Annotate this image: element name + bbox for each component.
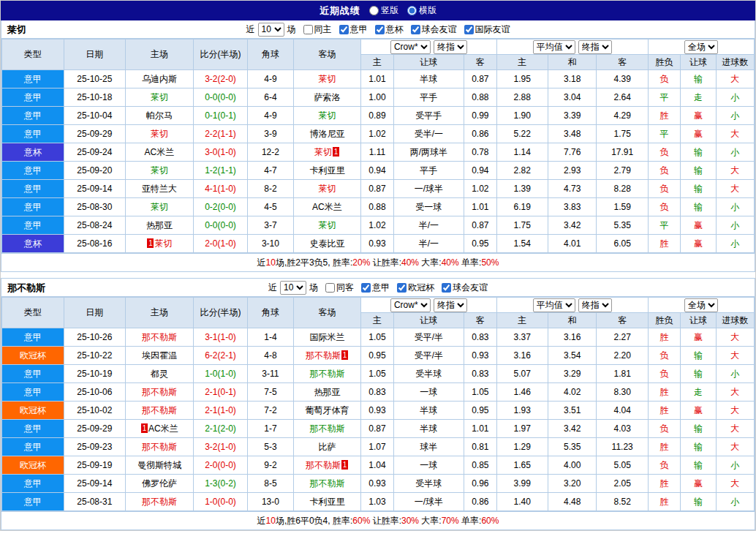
euro-stage-select[interactable]: 终指: [578, 298, 612, 312]
filter-checkbox-input[interactable]: [361, 283, 371, 293]
team-link[interactable]: 那不勒斯: [142, 332, 177, 342]
filter-checkbox[interactable]: 同客: [325, 282, 354, 294]
filter-checkbox-input[interactable]: [411, 25, 420, 34]
result-cell: 胜: [648, 328, 680, 347]
team-link[interactable]: 那不勒斯: [142, 387, 177, 397]
team-link[interactable]: 那不勒斯: [142, 442, 177, 452]
filter-controls: 近10场同主意甲意杯球会友谊国际友谊: [246, 23, 510, 37]
team-link[interactable]: 莱切: [318, 220, 336, 230]
team-link[interactable]: 博洛尼亚: [309, 129, 344, 139]
team-link[interactable]: 国际米兰: [309, 332, 344, 342]
team-link[interactable]: 葡萄牙体育: [305, 405, 349, 415]
filter-checkbox-input[interactable]: [375, 25, 385, 34]
team-link[interactable]: 那不勒斯: [309, 478, 344, 489]
summary-segment: 20%: [352, 257, 370, 268]
euro-draw-odds-cell: 3.39: [548, 107, 596, 125]
team-link[interactable]: 亚特兰大: [142, 184, 177, 194]
scope-select[interactable]: 全场: [684, 298, 718, 312]
odds-company-select[interactable]: Crow*: [390, 298, 431, 312]
filter-checkbox[interactable]: 意甲: [339, 23, 368, 36]
asian-home-odds-cell: 0.87: [361, 180, 393, 198]
odds-company-select[interactable]: Crow*: [390, 40, 431, 54]
euro-source-select[interactable]: 平均值: [533, 298, 575, 312]
filter-checkbox-input[interactable]: [442, 283, 451, 293]
team-link[interactable]: 莱切: [318, 184, 336, 194]
home-team-cell: 1莱切: [126, 235, 194, 253]
odds-stage-select[interactable]: 终指: [434, 40, 467, 54]
team-link[interactable]: 莱切: [318, 74, 336, 84]
team-link[interactable]: 卡利亚里: [309, 165, 344, 176]
handicap-result-cell: 输: [681, 198, 716, 216]
layout-radio-vertical[interactable]: 竖版: [369, 4, 398, 17]
team-link[interactable]: AC米兰: [148, 423, 178, 434]
team-link[interactable]: 那不勒斯: [142, 497, 177, 507]
sub-col-header: 让球: [393, 313, 464, 328]
team-link[interactable]: 那不勒斯: [306, 460, 341, 470]
scope-select[interactable]: 全场: [684, 40, 718, 54]
filter-checkbox-input[interactable]: [397, 283, 407, 293]
euro-stage-select[interactable]: 终指: [578, 40, 612, 54]
vertical-radio-input[interactable]: [369, 6, 379, 15]
team-link[interactable]: 萨索洛: [314, 92, 340, 102]
summary-segment: 70%: [442, 516, 459, 526]
team-link[interactable]: 莱切: [151, 165, 168, 176]
team-link[interactable]: 那不勒斯: [306, 350, 341, 361]
sub-col-header: 和: [548, 55, 596, 70]
home-team-cell: 埃因霍温: [126, 347, 194, 365]
summary-segment: 大率:: [419, 515, 442, 527]
team-link[interactable]: AC米兰: [145, 147, 175, 157]
filter-checkbox-input[interactable]: [464, 25, 474, 34]
handicap-line-cell: 受平/半: [393, 347, 464, 365]
filter-checkbox-input[interactable]: [339, 25, 349, 34]
team-link[interactable]: 比萨: [318, 442, 336, 452]
team-link[interactable]: 莱切: [318, 110, 336, 121]
recent-count-select[interactable]: 10: [258, 23, 284, 37]
team-link[interactable]: 乌迪内斯: [142, 74, 177, 84]
goals-result-cell: 小: [716, 493, 754, 511]
filter-checkbox[interactable]: 球会友谊: [411, 23, 457, 36]
team-link[interactable]: 热那亚: [314, 387, 340, 397]
filter-checkbox[interactable]: 意甲: [361, 282, 390, 294]
corners-cell: 13-0: [248, 493, 293, 511]
team-link[interactable]: 那不勒斯: [309, 423, 344, 434]
team-link[interactable]: 帕尔马: [146, 110, 173, 121]
odds-stage-select[interactable]: 终指: [434, 298, 467, 312]
date-cell: 25-08-30: [64, 198, 126, 216]
filter-bar: 莱切近10场同主意甲意杯球会友谊国际友谊: [1, 20, 755, 39]
results-table: 类型日期主场比分(半场)角球客场Crow*终指平均值终指全场主让球客主和客胜负让…: [1, 297, 755, 511]
asian-away-odds-cell: 0.83: [464, 365, 496, 383]
team-link[interactable]: 卡利亚里: [309, 497, 344, 507]
asian-home-odds-cell: 1.04: [361, 456, 393, 475]
filter-checkbox-input[interactable]: [325, 283, 335, 293]
team-link[interactable]: 热那亚: [146, 220, 173, 230]
filter-checkbox[interactable]: 欧冠杯: [397, 282, 434, 294]
horizontal-radio-input[interactable]: [407, 6, 417, 15]
competition-cell: 意甲: [2, 180, 64, 198]
euro-source-select[interactable]: 平均值: [533, 40, 575, 54]
filter-checkbox[interactable]: 国际友谊: [464, 23, 510, 36]
header-select-cell: 平均值终指: [496, 298, 648, 313]
filter-checkbox[interactable]: 意杯: [375, 23, 404, 36]
team-link[interactable]: AC米兰: [312, 202, 342, 212]
summary-segment: 场,胜6平0负4, 胜率:: [276, 515, 352, 527]
team-link[interactable]: 佛罗伦萨: [142, 478, 177, 489]
team-link[interactable]: 曼彻斯特城: [137, 460, 181, 470]
team-link[interactable]: 莱切: [154, 238, 172, 249]
team-link[interactable]: 莱切: [151, 202, 168, 212]
team-link[interactable]: 莱切: [151, 129, 168, 139]
filter-checkbox[interactable]: 同主: [303, 23, 332, 36]
team-link[interactable]: 莱切: [151, 92, 168, 102]
team-link[interactable]: 埃因霍温: [142, 350, 177, 361]
filter-checkbox[interactable]: 球会友谊: [442, 282, 488, 294]
team-link[interactable]: 那不勒斯: [142, 405, 177, 415]
corners-cell: 7-2: [248, 402, 293, 420]
away-team-cell: 博洛尼亚: [293, 125, 361, 143]
recent-count-select[interactable]: 10: [280, 281, 306, 295]
team-link[interactable]: 都灵: [151, 369, 168, 379]
filter-checkbox-input[interactable]: [303, 25, 313, 34]
asian-home-odds-cell: 1.11: [361, 143, 393, 162]
team-link[interactable]: 史泰比亚: [309, 238, 344, 249]
team-link[interactable]: 那不勒斯: [309, 369, 344, 379]
team-link[interactable]: 莱切: [314, 147, 332, 157]
layout-radio-horizontal[interactable]: 横版: [407, 4, 436, 17]
